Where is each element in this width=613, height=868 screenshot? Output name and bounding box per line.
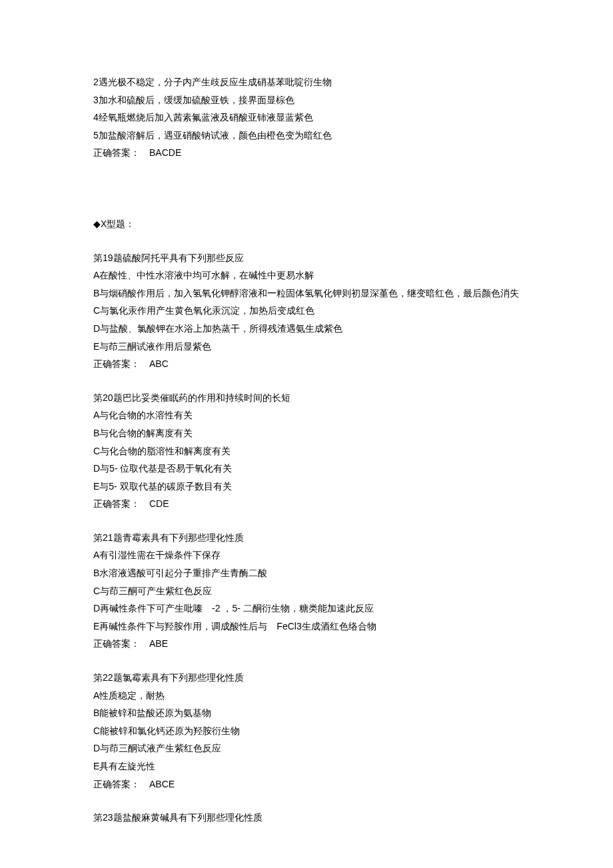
answer-label: 正确答案： — [93, 358, 140, 369]
q21-option-a: A有引湿性需在干燥条件下保存 — [93, 546, 520, 564]
intro-line-5: 5加盐酸溶解后，遇亚硝酸钠试液，颜色由橙色变为暗红色 — [93, 127, 520, 145]
q20-option-b: B与化合物的解离度有关 — [93, 424, 520, 442]
q21-option-d: D再碱性条件下可产生吡嗪 -2 ，5- 二酮衍生物，糖类能加速此反应 — [93, 600, 520, 618]
q19-option-d: D与盐酸、氯酸钾在水浴上加热蒸干，所得残渣遇氨生成紫色 — [93, 320, 520, 338]
q19-title: 第19题硫酸阿托平具有下列那些反应 — [93, 249, 520, 267]
q22-title: 第22题氯霉素具有下列那些理化性质 — [93, 669, 520, 687]
q21-title: 第21题青霉素具有下列那些理化性质 — [93, 529, 520, 547]
intro-line-3: 3加水和硫酸后，缓缓加硫酸亚铁，接界面显棕色 — [93, 91, 520, 109]
spacer — [93, 162, 520, 215]
q19-option-c: C与氯化汞作用产生黄色氧化汞沉淀，加热后变成红色 — [93, 302, 520, 320]
document-page: 2遇光极不稳定，分子内产生歧反应生成硝基苯吡啶衍生物 3加水和硫酸后，缓缓加硫酸… — [0, 0, 613, 868]
q22-option-c: C能被锌和氯化钙还原为羟胺衍生物 — [93, 722, 520, 740]
answer-label: 正确答案： — [93, 638, 140, 649]
q23-title: 第23题盐酸麻黄碱具有下列那些理化性质 — [93, 809, 520, 827]
answer-value: CDE — [149, 498, 169, 509]
q22-answer: 正确答案： ABCE — [93, 775, 520, 793]
q20-option-e: E与5- 双取代基的碳原子数目有关 — [93, 478, 520, 496]
answer-value: BACDE — [149, 147, 181, 158]
section-x-header: ◆X型题： — [93, 215, 520, 233]
q20-title: 第20题巴比妥类催眠药的作用和持续时间的长短 — [93, 389, 520, 407]
spacer — [93, 793, 520, 809]
q21-option-c: C与茚三酮可产生紫红色反应 — [93, 582, 520, 600]
answer-value: ABC — [149, 358, 169, 369]
intro-answer: 正确答案： BACDE — [93, 144, 520, 162]
spacer — [93, 233, 520, 249]
answer-label: 正确答案： — [93, 147, 140, 158]
answer-value: ABCE — [149, 779, 175, 789]
q19-answer: 正确答案： ABC — [93, 355, 520, 373]
q22-option-e: E具有左旋光性 — [93, 757, 520, 775]
q22-option-b: B能被锌和盐酸还原为氨基物 — [93, 704, 520, 722]
q20-option-a: A与化合物的水溶性有关 — [93, 406, 520, 424]
answer-label: 正确答案： — [93, 498, 140, 509]
q20-option-c: C与化合物的脂溶性和解离度有关 — [93, 442, 520, 460]
spacer — [93, 513, 520, 529]
q19-option-a: A在酸性、中性水溶液中均可水解，在碱性中更易水解 — [93, 266, 520, 284]
q22-option-a: A性质稳定，耐热 — [93, 687, 520, 705]
q19-option-b: B与烟硝酸作用后，加入氢氧化钾醇溶液和一粒固体氢氧化钾则初显深堇色，继变暗红色，… — [93, 284, 520, 302]
spacer — [93, 653, 520, 669]
q22-option-d: D与茚三酮试液产生紫红色反应 — [93, 739, 520, 757]
q21-option-b: B水溶液遇酸可引起分子重排产生青酶二酸 — [93, 564, 520, 582]
spacer — [93, 373, 520, 389]
intro-line-2: 2遇光极不稳定，分子内产生歧反应生成硝基苯吡啶衍生物 — [93, 73, 520, 91]
answer-label: 正确答案： — [93, 779, 140, 789]
q20-answer: 正确答案： CDE — [93, 495, 520, 513]
q20-option-d: D与5- 位取代基是否易于氧化有关 — [93, 460, 520, 478]
q21-option-e: E再碱性条件下与羟胺作用，调成酸性后与 FeCl3生成酒红色络合物 — [93, 618, 520, 636]
intro-line-4: 4经氧瓶燃烧后加入茜素氟蓝液及硝酸亚铈液显蓝紫色 — [93, 109, 520, 127]
q19-option-e: E与茚三酮试液作用后显紫色 — [93, 338, 520, 356]
answer-value: ABE — [149, 638, 168, 649]
q21-answer: 正确答案： ABE — [93, 635, 520, 653]
